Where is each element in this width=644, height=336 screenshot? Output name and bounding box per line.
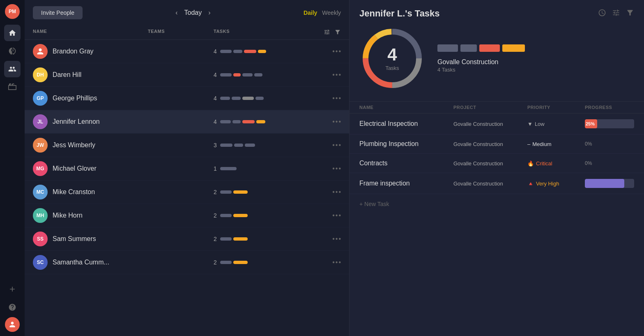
more-button[interactable]: •••	[308, 118, 341, 125]
table-header-icons	[308, 29, 341, 36]
task-count: 2	[214, 236, 217, 242]
person-tasks: 4	[214, 95, 308, 102]
donut-chart: 4 Tasks	[359, 25, 425, 91]
task-count: 4	[214, 72, 217, 78]
task-bar	[245, 144, 255, 147]
priority-icon: 🔥	[527, 160, 534, 167]
task-bar	[242, 97, 254, 100]
person-tasks: 1	[214, 165, 308, 172]
more-button[interactable]: •••	[308, 48, 341, 55]
filter-icon[interactable]	[334, 29, 341, 36]
new-task-button[interactable]: + New Task	[350, 194, 644, 214]
person-name: MC Mike Cranston	[33, 185, 148, 199]
person-row[interactable]: MH Mike Horn 2 •••	[25, 204, 349, 227]
sidebar-item-activity[interactable]	[4, 43, 21, 59]
date-nav: ‹ Today ›	[87, 9, 299, 16]
task-project: Govalle Construction	[453, 160, 527, 167]
person-name-label: Mike Cranston	[53, 188, 95, 196]
task-count: 3	[214, 142, 217, 148]
person-row[interactable]: JL Jennifer Lennon 4 •••	[25, 110, 349, 134]
person-row[interactable]: JW Jess Wimberly 3 •••	[25, 134, 349, 157]
settings2-icon[interactable]	[612, 9, 620, 19]
person-row[interactable]: MC Mike Cranston 2 •••	[25, 181, 349, 204]
more-button[interactable]: •••	[308, 95, 341, 102]
task-bar	[220, 237, 232, 241]
task-row[interactable]: Frame inspection Govalle Construction 🔺 …	[350, 173, 644, 194]
avatar: JW	[33, 138, 48, 153]
task-bar	[232, 120, 241, 123]
filter2-icon[interactable]	[626, 9, 634, 19]
more-button[interactable]: •••	[308, 259, 341, 266]
more-button[interactable]: •••	[308, 165, 341, 172]
right-panel: Jennifer L.'s Tasks	[349, 0, 644, 336]
task-bar	[220, 261, 232, 264]
mini-bar-4	[502, 44, 525, 52]
col-tasks: TASKS	[214, 29, 308, 36]
sidebar-item-add[interactable]	[4, 281, 21, 297]
task-bar	[244, 50, 256, 53]
task-bars	[220, 120, 265, 123]
invite-people-button[interactable]: Invite People	[33, 6, 83, 19]
new-task-label: + New Task	[359, 201, 389, 207]
task-bar	[220, 214, 232, 217]
next-date-button[interactable]: ›	[208, 9, 210, 16]
task-bars	[220, 97, 264, 100]
task-bars	[220, 190, 248, 194]
person-name: SS Sam Summers	[33, 232, 148, 246]
task-bar	[233, 73, 241, 76]
app-logo[interactable]: PM	[5, 4, 20, 19]
task-project: Govalle Construction	[453, 141, 527, 147]
task-bar	[220, 167, 237, 170]
person-name: MG Michael Glover	[33, 161, 148, 176]
col-name: NAME	[33, 29, 148, 36]
mini-bar-3	[479, 44, 500, 52]
person-tasks: 3	[214, 142, 308, 148]
person-row[interactable]: DH Daren Hill 4 •••	[25, 63, 349, 87]
task-row[interactable]: Contracts Govalle Construction 🔥 Critica…	[350, 154, 644, 173]
view-toggle: Daily Weekly	[304, 9, 341, 16]
person-row[interactable]: MG Michael Glover 1 •••	[25, 157, 349, 181]
person-row[interactable]: SS Sam Summers 2 •••	[25, 227, 349, 251]
tasks-col-progress: PROGRESS	[585, 105, 634, 110]
sidebar-item-home[interactable]	[4, 25, 21, 41]
task-bar	[234, 144, 243, 147]
avatar: DH	[33, 67, 48, 82]
person-name: Brandon Gray	[33, 44, 148, 59]
task-row[interactable]: Electrical Inspection Govalle Constructi…	[350, 114, 644, 134]
tasks-col-name: NAME	[359, 105, 453, 110]
person-row[interactable]: SC Samantha Cumm... 2 •••	[25, 251, 349, 274]
more-button[interactable]: •••	[308, 212, 341, 219]
left-header: Invite People ‹ Today › Daily Weekly	[25, 0, 349, 25]
avatar: GP	[33, 91, 48, 106]
avatar: JL	[33, 114, 48, 129]
task-bar	[233, 237, 248, 241]
person-row[interactable]: Brandon Gray 4 •••	[25, 40, 349, 63]
more-button[interactable]: •••	[308, 235, 341, 243]
more-button[interactable]: •••	[308, 188, 341, 196]
avatar: MH	[33, 208, 48, 223]
weekly-view-button[interactable]: Weekly	[322, 9, 341, 16]
prev-date-button[interactable]: ‹	[175, 9, 177, 16]
right-header: Jennifer L.'s Tasks	[350, 0, 644, 25]
person-row[interactable]: GP George Phillips 4 •••	[25, 87, 349, 110]
sidebar-item-help[interactable]	[4, 299, 21, 315]
sidebar-item-people[interactable]	[4, 61, 21, 77]
more-button[interactable]: •••	[308, 71, 341, 79]
more-button[interactable]: •••	[308, 141, 341, 149]
task-name: Plumbing Inspection	[359, 140, 453, 148]
task-project: Govalle Construction	[453, 181, 527, 187]
task-bars	[220, 237, 248, 241]
clock-icon[interactable]	[598, 9, 606, 19]
settings-icon[interactable]	[324, 29, 330, 36]
person-tasks: 4	[214, 48, 308, 55]
daily-view-button[interactable]: Daily	[304, 9, 317, 16]
task-bar	[242, 120, 255, 123]
task-row[interactable]: Plumbing Inspection Govalle Construction…	[350, 134, 644, 154]
task-bar	[220, 190, 232, 194]
tasks-list: Electrical Inspection Govalle Constructi…	[350, 114, 644, 194]
person-name-label: George Phillips	[53, 95, 97, 102]
sidebar-item-projects[interactable]	[4, 79, 21, 95]
task-bar	[258, 50, 266, 53]
priority-badge: ▼ Low	[527, 121, 585, 127]
user-avatar[interactable]	[5, 317, 20, 332]
